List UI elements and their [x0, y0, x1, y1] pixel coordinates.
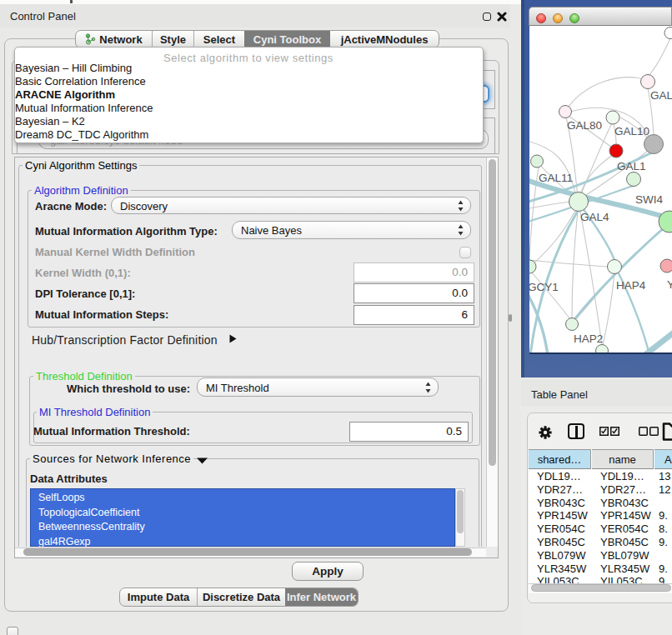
svg-text:GAL: GAL [650, 89, 672, 102]
svg-text:GAL1: GAL1 [617, 160, 646, 172]
svg-text:HAP2: HAP2 [574, 332, 603, 345]
svg-text:GAL4: GAL4 [580, 211, 609, 223]
svg-text:GAL10: GAL10 [614, 125, 649, 138]
svg-text:GAL11: GAL11 [539, 172, 573, 184]
svg-text:GAL80: GAL80 [567, 119, 602, 132]
svg-text:HAP4: HAP4 [616, 279, 646, 292]
svg-text:SWI4: SWI4 [635, 193, 663, 206]
svg-text:GCY1: GCY1 [529, 281, 559, 293]
svg-text:Y: Y [667, 278, 672, 291]
